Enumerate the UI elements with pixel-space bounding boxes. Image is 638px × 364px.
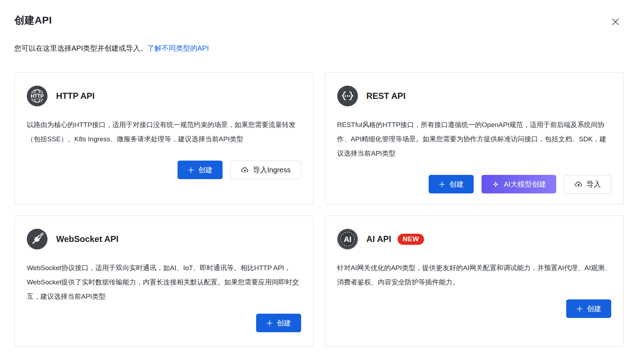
new-badge: NEW [398, 234, 424, 245]
http-import-ingress-button[interactable]: 导入Ingress [230, 161, 301, 179]
rest-import-label: 导入 [587, 180, 601, 189]
svg-text:HTTP: HTTP [31, 93, 44, 99]
websocket-create-button[interactable]: 创建 [256, 314, 301, 332]
card-websocket-head: WebSocket API [27, 229, 301, 249]
create-api-modal: 创建API 您可以在这里选择API类型并创建或导入。了解不同类型的API [0, 0, 638, 364]
cloud-upload-icon [574, 180, 583, 188]
card-actions-rest: 创建 AI大模型创建 导入 [337, 175, 612, 193]
card-desc-websocket: WebSocket协议接口，适用于双向实时通讯，如AI、IoT、即时通讯等。相比… [27, 261, 301, 304]
subtitle-text: 您可以在这里选择API类型并创建或导入。 [14, 44, 147, 52]
card-desc-http: 以路由为核心的HTTP接口，适用于对接口没有统一规范约束的场景，如果您需要流量转… [27, 118, 301, 146]
svg-text:AI: AI [344, 235, 352, 244]
http-import-ingress-label: 导入Ingress [253, 165, 291, 175]
cloud-upload-icon [241, 166, 249, 174]
plus-icon [576, 305, 583, 312]
card-websocket-api: WebSocket API WebSocket协议接口，适用于双向实时通讯，如A… [14, 216, 314, 347]
curly-braces-icon [337, 86, 358, 106]
card-ai-api: AI AI API NEW 针对AI网关优化的API类型，提供更友好的AI网关配… [325, 216, 624, 347]
learn-api-types-link[interactable]: 了解不同类型的API [147, 44, 209, 52]
card-ai-head: AI AI API NEW [337, 229, 612, 249]
card-desc-ai: 针对AI网关优化的API类型，提供更友好的AI网关配置和调试能力，并预置AI代理… [337, 261, 612, 289]
card-title-http: HTTP API [56, 91, 95, 101]
plug-icon [27, 229, 48, 249]
card-rest-head: REST API [337, 86, 612, 106]
card-title-ai: AI API [367, 234, 392, 244]
modal-header: 创建API [14, 14, 624, 27]
plus-icon [266, 320, 273, 327]
ai-sparkle-icon [492, 180, 500, 188]
card-title-websocket: WebSocket API [56, 234, 119, 244]
ai-create-label: 创建 [587, 304, 601, 314]
ai-create-button[interactable]: 创建 [566, 299, 611, 318]
plus-icon [188, 167, 194, 173]
rest-create-button[interactable]: 创建 [429, 175, 474, 193]
card-actions-websocket: 创建 [27, 314, 301, 332]
card-actions-ai: 创建 [337, 299, 612, 318]
card-actions-http: 创建 导入Ingress [27, 161, 301, 179]
close-icon [611, 17, 620, 26]
rest-import-button[interactable]: 导入 [564, 175, 611, 193]
rest-ai-llm-create-button[interactable]: AI大模型创建 [482, 175, 556, 193]
modal-subtitle: 您可以在这里选择API类型并创建或导入。了解不同类型的API [14, 44, 624, 53]
card-desc-rest: RESTful风格的HTTP接口，所有接口遵循统一的OpenAPI规范，适用于前… [337, 118, 612, 161]
ai-circle-icon: AI [337, 229, 358, 249]
card-rest-api: REST API RESTful风格的HTTP接口，所有接口遵循统一的OpenA… [325, 72, 624, 204]
rest-create-label: 创建 [449, 180, 464, 189]
websocket-create-label: 创建 [277, 318, 291, 328]
rest-ai-llm-create-label: AI大模型创建 [504, 180, 546, 189]
api-type-grid: HTTP HTTP API 以路由为核心的HTTP接口，适用于对接口没有统一规范… [14, 72, 624, 347]
plus-icon [439, 181, 445, 188]
page-title: 创建API [14, 14, 52, 27]
http-create-label: 创建 [198, 165, 213, 175]
card-http-api: HTTP HTTP API 以路由为核心的HTTP接口，适用于对接口没有统一规范… [14, 72, 314, 204]
close-button[interactable] [610, 16, 621, 27]
card-title-rest: REST API [367, 91, 406, 101]
card-http-head: HTTP HTTP API [27, 86, 301, 106]
http-globe-icon: HTTP [27, 86, 48, 106]
http-create-button[interactable]: 创建 [178, 161, 223, 179]
